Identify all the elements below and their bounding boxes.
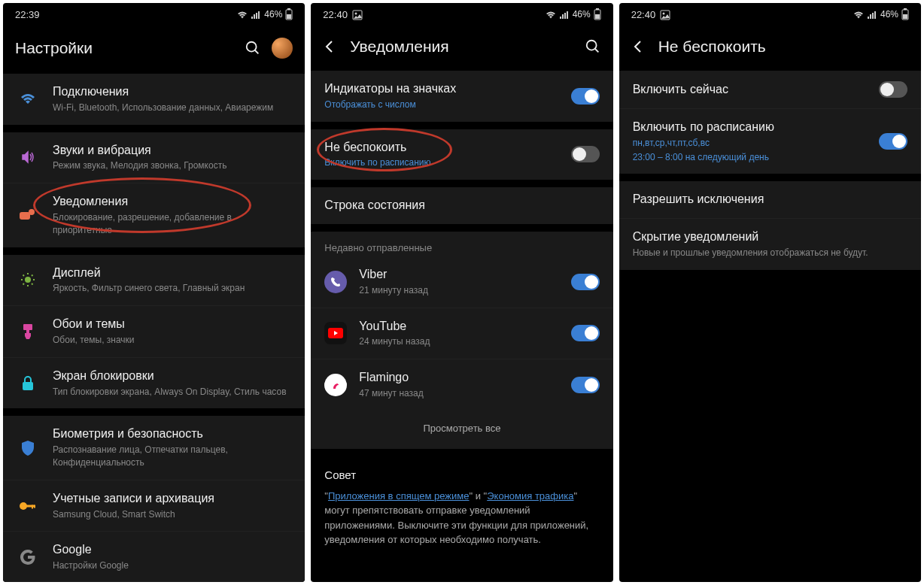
dnd-row[interactable]: Не беспокоить Включить по расписанию <box>311 129 612 180</box>
row-title: Обои и темы <box>53 317 291 332</box>
brightness-icon <box>17 272 39 287</box>
image-icon <box>660 8 670 20</box>
youtube-icon <box>324 322 347 344</box>
brush-icon <box>17 324 39 339</box>
status-bar: 22:40 46% <box>311 3 612 24</box>
settings-screen: 22:39 46% Настройки Подключения <box>3 3 305 582</box>
status-bar: 22:40 46% <box>619 3 921 24</box>
app-time: 47 минут назад <box>359 387 570 400</box>
battery-icon <box>901 8 909 20</box>
row-title: Дисплей <box>53 265 291 281</box>
status-bar-row[interactable]: Строка состояния <box>311 187 612 224</box>
app-name: Viber <box>359 267 570 283</box>
settings-item-lockscreen[interactable]: Экран блокировки Тип блокировки экрана, … <box>3 357 305 409</box>
google-icon <box>17 550 39 565</box>
row-title: Строка состояния <box>324 198 599 214</box>
status-time: 22:39 <box>15 9 40 20</box>
notification-icon <box>17 209 39 221</box>
settings-item-wallpaper[interactable]: Обои и темы Обои, темы, значки <box>3 305 305 357</box>
battery-icon <box>594 8 601 20</box>
svg-point-24 <box>354 12 357 14</box>
settings-item-accounts[interactable]: Учетные записи и архивация Samsung Cloud… <box>3 480 305 532</box>
app-row-viber[interactable]: Viber 21 минуту назад <box>311 256 612 308</box>
row-title: Учетные записи и архивация <box>53 491 291 507</box>
row-title: Уведомления <box>53 194 291 210</box>
svg-line-29 <box>594 49 598 53</box>
app-row-flamingo[interactable]: Flamingo 47 минут назад <box>311 359 612 411</box>
badges-toggle[interactable] <box>571 88 600 105</box>
schedule-time: 23:00 – 8:00 на следующий день <box>633 151 879 164</box>
svg-rect-27 <box>595 14 600 19</box>
app-row-youtube[interactable]: YouTube 24 минуты назад <box>311 308 612 359</box>
shield-icon <box>17 441 39 456</box>
app-time: 24 минуты назад <box>359 335 570 348</box>
schedule-toggle[interactable] <box>879 133 907 150</box>
tip-link-sleeping[interactable]: Приложения в спящем режиме <box>328 490 470 502</box>
row-sub: Блокирование, разрешение, добавление в п… <box>53 211 291 237</box>
exceptions-row[interactable]: Разрешить исключения <box>619 181 921 218</box>
enable-now-toggle[interactable] <box>879 81 907 98</box>
enable-now-row[interactable]: Включить сейчас <box>619 71 921 108</box>
page-title: Не беспокоить <box>658 38 909 56</box>
svg-rect-5 <box>20 212 30 220</box>
row-title: Экран блокировки <box>53 368 291 384</box>
header: Уведомления <box>311 24 612 71</box>
back-button[interactable] <box>631 40 645 54</box>
wifi-icon <box>546 9 556 20</box>
battery-text: 46% <box>573 9 591 20</box>
dnd-toggle[interactable] <box>571 146 600 162</box>
app-toggle[interactable] <box>571 325 600 341</box>
row-title: Не беспокоить <box>324 140 570 156</box>
avatar[interactable] <box>272 38 293 59</box>
row-sub: Распознавание лица, Отпечатки пальцев, К… <box>53 444 291 469</box>
status-time: 22:40 <box>323 9 348 20</box>
tip-section: Совет "Приложения в спящем режиме" и "Эк… <box>311 456 612 561</box>
flamingo-icon <box>324 374 347 396</box>
svg-line-12 <box>23 275 25 277</box>
tip-link-datasaver[interactable]: Экономия трафика <box>487 490 573 502</box>
row-title: Биометрия и безопасность <box>53 426 291 442</box>
view-all-button[interactable]: Просмотреть все <box>311 411 612 449</box>
settings-item-biometrics[interactable]: Биометрия и безопасность Распознавание л… <box>3 416 305 479</box>
settings-item-connections[interactable]: Подключения Wi-Fi, Bluetooth, Использова… <box>3 74 305 125</box>
hide-notifications-row[interactable]: Скрытие уведомлений Новые и прошлые увед… <box>619 218 921 270</box>
row-title: Включить по расписанию <box>633 120 879 135</box>
row-title: Звуки и вибрация <box>53 143 291 159</box>
wifi-icon <box>237 9 248 20</box>
app-time: 21 минуту назад <box>359 284 570 297</box>
svg-rect-16 <box>23 324 32 330</box>
back-button[interactable] <box>323 40 336 54</box>
signal-icon <box>251 9 261 20</box>
search-icon[interactable] <box>585 38 601 55</box>
wifi-icon <box>17 92 39 106</box>
row-sub: Включить по расписанию <box>324 156 570 169</box>
svg-point-7 <box>25 277 31 283</box>
settings-item-sounds[interactable]: Звуки и вибрация Режим звука, Мелодия зв… <box>3 132 305 183</box>
app-name: Flamingo <box>359 370 570 386</box>
settings-item-display[interactable]: Дисплей Яркость, Фильтр синего света, Гл… <box>3 255 305 306</box>
row-title: Включить сейчас <box>633 82 879 98</box>
recent-label: Недавно отправленные <box>311 232 612 256</box>
svg-point-3 <box>247 42 257 52</box>
schedule-row[interactable]: Включить по расписанию пн,вт,ср,чт,пт,сб… <box>619 108 921 174</box>
tip-title: Совет <box>311 456 612 489</box>
header: Не беспокоить <box>619 24 921 71</box>
settings-item-notifications[interactable]: Уведомления Блокирование, разрешение, до… <box>3 183 305 247</box>
row-title: Скрытие уведомлений <box>633 229 907 245</box>
app-toggle[interactable] <box>571 274 600 290</box>
battery-icon <box>285 8 293 20</box>
settings-item-google[interactable]: Google Настройки Google <box>3 531 305 582</box>
battery-text: 46% <box>264 9 282 20</box>
badges-row[interactable]: Индикаторы на значках Отображать с число… <box>311 71 612 122</box>
search-icon[interactable] <box>245 40 261 56</box>
svg-rect-22 <box>34 505 35 508</box>
svg-line-14 <box>23 283 25 285</box>
signal-icon <box>559 9 570 20</box>
row-title: Индикаторы на значках <box>324 81 570 97</box>
svg-rect-21 <box>32 505 33 508</box>
notifications-screen: 22:40 46% Уведомления Индикаторы на знач… <box>311 3 612 582</box>
svg-line-15 <box>32 275 33 277</box>
svg-point-33 <box>663 12 665 14</box>
app-toggle[interactable] <box>571 377 600 393</box>
svg-rect-2 <box>287 14 291 19</box>
